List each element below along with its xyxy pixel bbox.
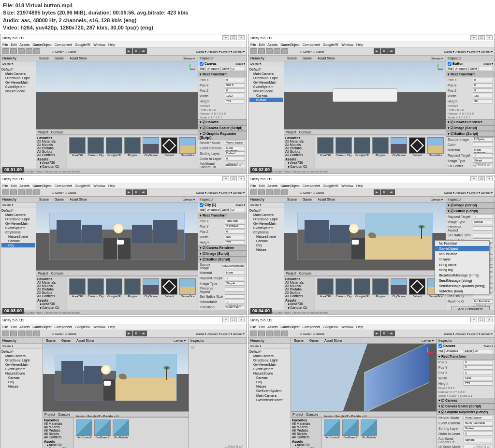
favorite-item[interactable]: All Scripts	[44, 432, 73, 435]
asset-store-tab[interactable]: Asset Store	[67, 198, 90, 201]
tree-item[interactable]: Directional Light	[249, 76, 283, 80]
favorite-item[interactable]: All Conflicts	[44, 435, 73, 439]
favorite-item[interactable]: All Prefabs	[44, 429, 73, 432]
asset-thumb[interactable]: GvrEventS	[94, 419, 111, 441]
tree-item[interactable]: Default*	[1, 67, 35, 72]
menu-item[interactable]: GoogleVR	[75, 325, 90, 329]
axis-gizmo-icon[interactable]	[433, 64, 443, 74]
menu-item[interactable]: Edit	[11, 43, 16, 46]
hand-tool[interactable]	[250, 48, 257, 54]
menu-item[interactable]: Edit	[259, 43, 264, 46]
favorite-item[interactable]: All Scripts	[292, 432, 320, 435]
scale-tool[interactable]	[26, 48, 32, 54]
scene-tab[interactable]: Scene	[36, 198, 52, 201]
menu-item[interactable]: GoogleVR	[75, 184, 90, 188]
hierarchy-tab[interactable]: Hierarchy	[0, 56, 36, 61]
tree-item[interactable]: Main Camera	[249, 72, 283, 76]
asset-thumb[interactable]: Area730	[69, 278, 86, 300]
favorite-item[interactable]: All Models	[37, 284, 66, 288]
tree-item[interactable]: Main Camera	[1, 213, 35, 217]
favorite-item[interactable]: All Conflicts	[285, 153, 314, 157]
tree-item[interactable]: Default*	[249, 67, 283, 72]
tree-item[interactable]: NatureScene	[1, 89, 35, 93]
asset-thumb[interactable]: NatureSce	[427, 137, 444, 159]
asset-folder[interactable]: ▸Area730	[37, 302, 66, 306]
asset-thumb[interactable]: NatureSce	[179, 278, 196, 300]
favorite-item[interactable]: All Prefabs	[285, 288, 314, 291]
hand-tool[interactable]	[250, 189, 257, 195]
game-tab[interactable]: Game	[306, 339, 321, 342]
asset-store-tab[interactable]: Asset Store	[73, 339, 97, 342]
asset-thumb[interactable]: NatureSce	[179, 137, 196, 159]
menu-item[interactable]: Component	[303, 184, 320, 188]
asset-thumb[interactable]: Plugins	[372, 137, 389, 159]
tree-item[interactable]: Nature	[1, 384, 42, 389]
pause-button[interactable]: ⏸	[381, 48, 388, 54]
menu-item[interactable]: Help	[356, 43, 363, 46]
menu-item[interactable]: GameObject	[32, 43, 51, 46]
favorite-item[interactable]: All Materials	[37, 140, 66, 143]
tree-item[interactable]: GvrEventSystem	[249, 389, 290, 393]
tree-item[interactable]: Main Camera	[1, 72, 35, 76]
assets-grid[interactable]: Assets › GoogleVR › Prefabs › UIGvrContr…	[322, 418, 437, 448]
maximize-button[interactable]: □	[230, 176, 237, 181]
menu-item[interactable]: Component	[55, 184, 72, 188]
function-dropdown[interactable]: No FunctionGameObjectbool isStaticint la…	[435, 240, 490, 294]
step-button[interactable]: ⏭	[388, 331, 395, 336]
tree-item[interactable]: Default*	[1, 349, 42, 354]
asset-store-tab[interactable]: Asset Store	[321, 339, 345, 342]
menu-item[interactable]: Component	[303, 325, 320, 329]
tree-item[interactable]: Canvas	[1, 239, 35, 243]
dropdown-item[interactable]: string name	[435, 262, 489, 267]
menu-item[interactable]: Assets	[267, 325, 277, 329]
rotate-tool[interactable]	[266, 48, 273, 54]
menu-item[interactable]: Assets	[19, 325, 29, 329]
maximize-button[interactable]: □	[230, 35, 237, 40]
tree-item[interactable]: City	[1, 243, 35, 247]
menu-item[interactable]: GoogleVR	[323, 325, 338, 329]
tree-item[interactable]: City	[249, 243, 283, 247]
asset-store-tab[interactable]: Asset Store	[315, 198, 338, 201]
maximize-button[interactable]: □	[478, 176, 485, 181]
rotate-tool[interactable]	[18, 189, 25, 195]
dropdown-item[interactable]: SendMessage (string)	[435, 278, 489, 283]
menu-item[interactable]: Edit	[11, 325, 16, 329]
menu-item[interactable]: File	[2, 325, 8, 329]
play-button[interactable]: ▶	[126, 189, 132, 195]
tree-item[interactable]: GvrViewerMain	[249, 221, 283, 226]
asset-folder[interactable]: ▸Cartoon Cit	[37, 165, 66, 169]
minimize-button[interactable]: −	[222, 318, 229, 322]
asset-thumb[interactable]: Area730	[69, 137, 86, 159]
tree-item[interactable]: Directional Light	[1, 76, 35, 80]
dropdown-item[interactable]: string tag	[435, 267, 489, 273]
hierarchy-tree[interactable]: Default*Main CameraDirectional LightGvrV…	[248, 348, 291, 448]
close-button[interactable]: ×	[486, 176, 493, 181]
rect-tool[interactable]	[33, 189, 40, 195]
menu-item[interactable]: Component	[55, 325, 72, 329]
tree-item[interactable]: CityScene	[249, 230, 283, 234]
asset-thumb[interactable]: GvrEventS	[342, 419, 359, 441]
menu-item[interactable]: Window	[341, 184, 353, 188]
pause-button[interactable]: ⏸	[381, 189, 388, 195]
favorite-item[interactable]: All Materials	[292, 422, 320, 425]
game-tab[interactable]: Game	[52, 57, 67, 60]
asset-store-tab[interactable]: Asset Store	[315, 57, 338, 60]
asset-thumb[interactable]: CityScena	[143, 137, 159, 159]
inspector-tab[interactable]: Inspector	[437, 338, 495, 344]
favorite-item[interactable]: All Conflicts	[285, 294, 314, 298]
asset-folder[interactable]: ▸Cartoon Cit	[37, 306, 66, 310]
asset-thumb[interactable]: Default	[409, 137, 425, 159]
menu-item[interactable]: File	[2, 43, 8, 46]
tree-item[interactable]: EventSystem	[249, 367, 290, 371]
close-button[interactable]: ×	[486, 318, 493, 322]
hand-tool[interactable]	[2, 189, 9, 195]
asset-thumb[interactable]: GvrReticle	[361, 419, 377, 441]
favorite-item[interactable]: All Models	[292, 425, 320, 429]
hierarchy-tab[interactable]: Hierarchy	[248, 338, 291, 344]
menu-item[interactable]: File	[250, 184, 256, 188]
move-tool[interactable]	[10, 189, 17, 195]
favorite-item[interactable]: All Scripts	[37, 150, 66, 153]
tree-item[interactable]: Directional Light	[249, 217, 283, 221]
favorite-item[interactable]: All Prefabs	[37, 146, 66, 150]
asset-thumb[interactable]: Cartoon City	[335, 278, 352, 300]
